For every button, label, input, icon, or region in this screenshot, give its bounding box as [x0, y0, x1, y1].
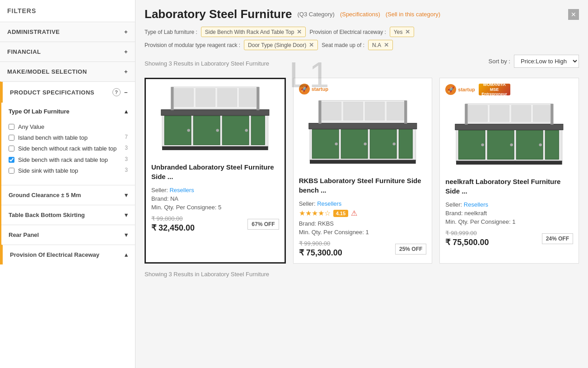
product-image-2: [299, 98, 427, 170]
chevron-up-icon: ▴: [125, 108, 128, 115]
svg-rect-38: [546, 130, 559, 159]
svg-rect-32: [318, 100, 321, 123]
svg-rect-29: [343, 102, 363, 121]
startup-badge-2: 🚀 startup: [299, 84, 328, 94]
filter-electrical-label: Provision of Electrical raceway :: [309, 29, 386, 35]
svg-rect-13: [218, 89, 237, 107]
filter-rear-panel: Rear Panel ▾: [1, 225, 135, 245]
product-name-2: RKBS Laboratory Steel Furniture Side ben…: [299, 176, 427, 195]
help-icon[interactable]: ?: [112, 88, 121, 96]
svg-rect-37: [517, 130, 543, 159]
filter-tag-reagent-value: Door Type (Single Door): [248, 42, 306, 48]
filter-type-label: Type of Lab furniture :: [145, 29, 197, 35]
sidebar: FILTERS ADMINISTRATIVE + FINANCIAL + MAK…: [0, 0, 135, 368]
product-rating-2: ★★★★☆ 4.15 ⚠: [299, 209, 427, 217]
svg-rect-2: [193, 116, 220, 145]
filter-tag-type-remove[interactable]: ✕: [297, 28, 302, 35]
filter-label-side-sink: Side sink with table top: [18, 167, 123, 175]
filter-option-island[interactable]: Island bench with table top 7: [9, 134, 128, 142]
filter-type-lab-options: Any Value Island bench with table top 7 …: [1, 118, 135, 181]
product-seller-link-3[interactable]: Resellers: [464, 201, 488, 208]
product-seller-2: Seller: Resellers: [299, 200, 427, 207]
filter-checkbox-side-no-rack[interactable]: [9, 146, 14, 151]
product-seller-link-2[interactable]: Resellers: [317, 200, 341, 207]
filter-table-back-header[interactable]: Table Back Bottom Skirting ▾: [1, 205, 135, 225]
results-info: Showing 3 Results in Laboratory Steel Fu…: [145, 60, 269, 67]
filter-ground-clearance: Ground Clearance ± 5 Mm ▾: [1, 185, 135, 205]
filter-tag-electrical-value: Yes: [394, 29, 403, 35]
stars-2: ★★★★☆: [299, 209, 331, 217]
filter-type-lab-label: Type Of Lab Furniture: [9, 108, 70, 115]
product-name-3: neelkraft Laboratory Steel Furniture Sid…: [445, 177, 573, 196]
womaniya-badge-3: WOMANIYA MSE Entrepreneur: [479, 84, 510, 95]
svg-rect-15: [171, 87, 173, 110]
sidebar-section-financial-label: FINANCIAL: [7, 48, 41, 55]
svg-rect-36: [488, 130, 514, 159]
filter-checkbox-side-rack[interactable]: [9, 157, 14, 163]
filter-tag-reagent: Door Type (Single Door) ✕: [244, 40, 318, 50]
filter-option-side-rack[interactable]: Side bench with rack and table top 3: [9, 156, 128, 164]
product-brand-2: Brand: RKBS: [299, 220, 427, 227]
filter-tag-electrical-remove[interactable]: ✕: [405, 28, 410, 35]
filter-option-side-sink[interactable]: Side sink with table top 3: [9, 167, 128, 175]
filter-type-lab-furniture: Type Of Lab Furniture ▴ Any Value Island…: [1, 103, 135, 185]
price-current-1: ₹ 32,450.00: [151, 223, 195, 232]
filter-rear-panel-header[interactable]: Rear Panel ▾: [1, 225, 135, 245]
sort-select[interactable]: Price:Low to High: [514, 55, 579, 68]
sell-link[interactable]: (Sell in this category): [386, 11, 440, 18]
filter-label-side-no-rack: Side bench without rack with table top: [18, 145, 123, 153]
product-min-qty-3: Min. Qty. Per Consignee: 1: [445, 218, 573, 225]
sidebar-section-administrative-header[interactable]: ADMINISTRATIVE +: [0, 22, 135, 42]
sidebar-section-financial-header[interactable]: FINANCIAL +: [0, 42, 135, 61]
filters-title: FILTERS: [0, 0, 135, 22]
svg-rect-48: [533, 105, 550, 122]
specs-link[interactable]: (Specifications): [340, 11, 380, 18]
product-card-1[interactable]: Unbranded Laboratory Steel Furniture Sid…: [145, 78, 286, 264]
filter-option-side-no-rack[interactable]: Side bench without rack with table top 3: [9, 145, 128, 153]
filter-tag-reagent-remove[interactable]: ✕: [309, 42, 314, 48]
sidebar-section-makemodel: MAKE/MODEL SELECTION +: [0, 61, 135, 81]
filter-provision-electrical-label: Provision Of Electrical Raceway: [10, 251, 99, 258]
price-original-2: ₹ 99,900.00: [299, 240, 342, 247]
product-brand-1: Brand: NA: [151, 195, 279, 202]
sidebar-section-productspecs-label: PRODUCT SPECIFICATIONS: [10, 89, 94, 96]
filter-tag-type: Side Bench With Rack And Table Top ✕: [201, 27, 306, 37]
product-card-3[interactable]: 🚀 startup WOMANIYA MSE Entrepreneur: [439, 78, 579, 264]
product-card-2[interactable]: 🚀 startup: [293, 78, 433, 264]
sort-bar: Sort by : Price:Low to High: [489, 55, 579, 68]
product-seller-link-1[interactable]: Resellers: [169, 187, 194, 193]
product-badges-3: 🚀 startup WOMANIYA MSE Entrepreneur: [445, 84, 573, 95]
filter-ground-clearance-header[interactable]: Ground Clearance ± 5 Mm ▾: [1, 185, 135, 205]
startup-icon-2: 🚀: [299, 84, 310, 94]
filter-checkbox-any[interactable]: [9, 124, 14, 130]
filter-tag-seat-remove[interactable]: ✕: [384, 42, 389, 48]
product-image-3: [445, 99, 573, 171]
svg-rect-40: [456, 161, 562, 165]
rating-badge-2: 4.15: [333, 210, 348, 217]
filter-checkbox-side-sink[interactable]: [9, 168, 14, 174]
sidebar-section-makemodel-header[interactable]: MAKE/MODEL SELECTION +: [0, 62, 135, 81]
filter-type-lab-header[interactable]: Type Of Lab Furniture ▴: [1, 103, 135, 118]
svg-point-9: [245, 129, 247, 132]
plus-icon-2: +: [124, 48, 128, 55]
svg-rect-16: [257, 87, 259, 110]
sidebar-section-productspecs-header[interactable]: PRODUCT SPECIFICATIONS ? −: [1, 82, 135, 103]
filter-provision-electrical-header[interactable]: Provision Of Electrical Raceway ▴: [3, 245, 135, 264]
filter-table-back-label: Table Back Bottom Skirting: [9, 212, 85, 218]
filter-count-island: 7: [125, 134, 128, 140]
category-tag: (Q3 Category): [298, 11, 335, 18]
filter-checkbox-island[interactable]: [9, 135, 14, 141]
startup-label-3: startup: [458, 87, 475, 92]
product-brand-3: Brand: neelkraft: [445, 210, 573, 217]
svg-point-25: [364, 142, 366, 145]
close-button[interactable]: ✕: [568, 9, 579, 20]
svg-rect-4: [251, 116, 265, 145]
discount-badge-1: 67% OFF: [247, 219, 279, 230]
product-min-qty-1: Min. Qty. Per Consignee: 5: [151, 204, 279, 211]
filter-option-any[interactable]: Any Value: [9, 123, 128, 131]
filter-count-side-no-rack: 3: [125, 145, 128, 151]
filter-tag-type-value: Side Bench With Rack And Table Top: [205, 29, 294, 35]
svg-rect-11: [174, 89, 194, 107]
filter-table-back: Table Back Bottom Skirting ▾: [1, 205, 135, 225]
svg-rect-45: [468, 105, 488, 122]
